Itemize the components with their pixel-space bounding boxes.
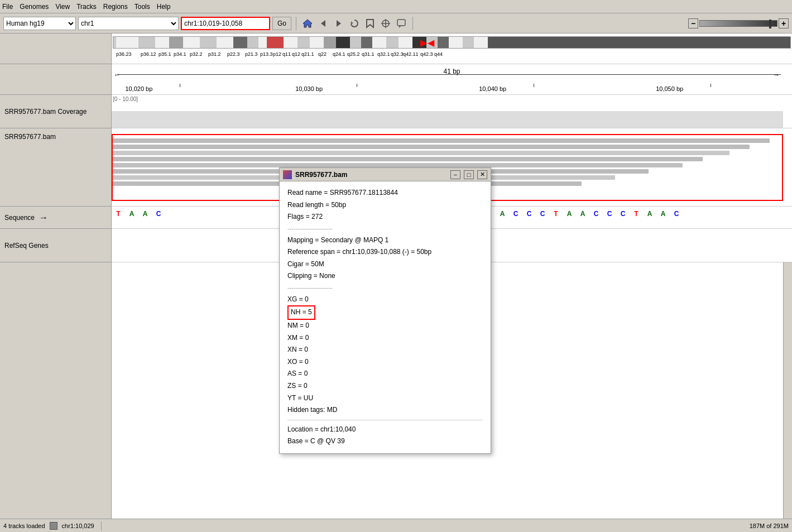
back-icon[interactable] [316, 17, 330, 30]
chr-band [284, 37, 297, 48]
popup-ref-span: Reference span = chr1:10,039-10,088 (-) … [287, 246, 483, 258]
band-label: q31.1 [362, 51, 375, 57]
chr-band [488, 37, 790, 48]
menu-file[interactable]: File [2, 3, 13, 11]
mapping-label: Mapping = [287, 236, 321, 244]
menu-regions[interactable]: Regions [103, 3, 128, 11]
bp-range-label: 41 bp [443, 68, 460, 75]
popup-xn: XN = 0 [287, 344, 483, 356]
refresh-icon[interactable] [348, 17, 361, 30]
zoom-track[interactable] [699, 20, 777, 27]
band-label: p36.12 [141, 51, 156, 57]
toolbar-separator-1 [296, 17, 296, 30]
popup-read-name: Read name = SRR957677.18113844 [287, 187, 483, 199]
main-area: SRR957677.bam Coverage SRR957677.bam Seq… [0, 33, 792, 519]
seq-letter-C: C [616, 210, 630, 218]
memory-label: 187M of 291M [750, 523, 789, 529]
band-label: q32.3 [391, 51, 404, 57]
svg-marker-2 [337, 20, 341, 27]
chr-band-labels: p36.23 p36.12 p35.1 p34.1 p32.2 p31.2 p2… [112, 51, 792, 60]
seq-letter-C: C [536, 210, 549, 218]
home-icon[interactable] [301, 17, 314, 30]
ruler-tick [357, 84, 357, 87]
chr-band [155, 37, 169, 48]
forward-icon[interactable] [332, 17, 345, 30]
read-bar [112, 151, 729, 155]
svg-marker-4 [367, 20, 373, 27]
seq-letter-C: C [509, 210, 522, 218]
chr-band [449, 37, 463, 48]
svg-marker-0 [303, 20, 312, 27]
popup-maximize-button[interactable]: □ [464, 170, 474, 179]
seq-letter-A: A [576, 210, 589, 218]
read-bar [112, 163, 683, 167]
chr-band [169, 37, 183, 48]
chr-band-acen [275, 37, 284, 48]
menu-genomes[interactable]: Genomes [20, 3, 49, 11]
sequence-track-label: Sequence → [0, 207, 111, 229]
popup-title: SRR957677.bam [295, 171, 447, 179]
speech-icon[interactable] [395, 17, 408, 30]
read-bar [112, 138, 770, 143]
toolbar: Human hg19 chr1 Go − + [0, 13, 792, 33]
genome-select[interactable]: Human hg19 [3, 17, 76, 30]
band-label: p35.1 [159, 51, 171, 57]
seq-letter-C: C [522, 210, 536, 218]
popup-minimize-button[interactable]: − [450, 170, 460, 179]
chr-band [200, 37, 217, 48]
bam-track-label: SRR957677.bam [0, 128, 111, 207]
band-label: q24.1 [333, 51, 345, 57]
base-label: Base = [287, 437, 310, 445]
seq-letter-C: C [152, 210, 165, 218]
igv-icon [283, 170, 292, 179]
chr-band [247, 37, 258, 48]
seq-letter-A: A [138, 210, 152, 218]
menu-tracks[interactable]: Tracks [76, 3, 97, 11]
chromosome-overview[interactable]: ▶ ◀ p36.23 p36.12 p35.1 p34.1 p32.2 p31.… [112, 33, 792, 64]
crosshair-icon[interactable] [379, 17, 392, 30]
popup-read-length: Read length = 50bp [287, 199, 483, 212]
chr-band [258, 37, 267, 48]
band-label: p36.23 [116, 51, 132, 57]
chromosome-select[interactable]: chr1 [78, 17, 179, 30]
popup-window: SRR957677.bam − □ ✕ Read name = SRR95767… [279, 167, 491, 454]
chr-band [463, 37, 474, 48]
popup-yt: YT = UU [287, 392, 483, 405]
popup-zs: ZS = 0 [287, 380, 483, 392]
popup-close-button[interactable]: ✕ [477, 170, 487, 179]
chr-band [138, 37, 155, 48]
zoom-out-button[interactable]: − [688, 18, 698, 28]
band-label: q25.2 [347, 51, 360, 57]
chr-band-view: ▶ ◀ [113, 36, 791, 49]
flags-label: Flags = [287, 213, 311, 221]
location-input[interactable] [181, 17, 270, 30]
seq-letter-C: C [670, 210, 683, 218]
menu-help[interactable]: Help [157, 3, 171, 11]
band-label: p31.2 [208, 51, 221, 57]
menubar: File Genomes View Tracks Regions Tools H… [0, 0, 792, 13]
bookmark-icon[interactable] [363, 17, 377, 30]
menu-view[interactable]: View [55, 3, 70, 11]
band-label: q42.11 [403, 51, 419, 57]
right-panel: ▶ ◀ p36.23 p36.12 p35.1 p34.1 p32.2 p31.… [112, 33, 792, 519]
popup-xo: XO = 0 [287, 356, 483, 368]
menu-tools[interactable]: Tools [135, 3, 150, 11]
popup-clipping: Clipping = None [287, 270, 483, 282]
right-arrow-icon: → [773, 71, 780, 79]
chr-band [233, 37, 247, 48]
coverage-range-label: [0 - 10.00] [113, 96, 138, 102]
go-button[interactable]: Go [272, 17, 291, 30]
chr-band [217, 37, 233, 48]
nh-value: NH = 5 [287, 305, 315, 320]
band-label: q12 [292, 51, 300, 57]
bp-label-1: 10,020 bp [125, 85, 152, 92]
band-label: p22.3 [227, 51, 240, 57]
chr-band [399, 37, 412, 48]
chr-band [386, 37, 399, 48]
coverage-track-label: SRR957677.bam Coverage [0, 95, 111, 128]
ruler-tick [711, 84, 711, 87]
zoom-in-button[interactable]: + [779, 18, 789, 28]
chr-band [361, 37, 372, 48]
chr-band [324, 37, 336, 48]
popup-separator-1: ---------------------- [287, 223, 483, 234]
